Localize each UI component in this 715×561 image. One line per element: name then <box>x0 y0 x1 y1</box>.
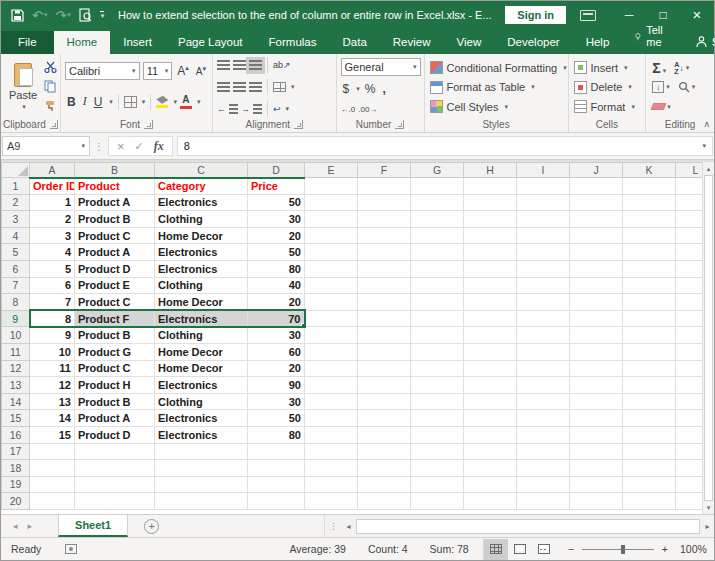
cell-J2[interactable] <box>570 194 623 211</box>
scroll-down-icon[interactable]: ▾ <box>703 501 714 514</box>
cell-F19[interactable] <box>358 476 411 493</box>
align-left-icon[interactable] <box>217 82 230 93</box>
cell-A11[interactable]: 10 <box>30 343 75 360</box>
cell-B19[interactable] <box>75 476 155 493</box>
cell-K5[interactable] <box>623 244 676 261</box>
cell-D13[interactable]: 90 <box>248 377 305 394</box>
cell-H14[interactable] <box>464 393 517 410</box>
cell-C11[interactable]: Home Decor <box>155 343 248 360</box>
italic-button[interactable]: I <box>81 94 89 109</box>
cell-D17[interactable] <box>248 443 305 460</box>
cell-H4[interactable] <box>464 227 517 244</box>
cell-G7[interactable] <box>411 277 464 294</box>
cut-icon[interactable] <box>44 61 57 73</box>
tab-data[interactable]: Data <box>330 31 380 54</box>
vertical-scroll-thumb[interactable] <box>704 175 713 501</box>
cell-F7[interactable] <box>358 277 411 294</box>
cell-A4[interactable]: 3 <box>30 227 75 244</box>
number-dialog-launcher-icon[interactable] <box>395 120 404 129</box>
collapse-ribbon-icon[interactable]: ∧ <box>703 119 710 129</box>
cell-K9[interactable] <box>623 310 676 327</box>
cell-H7[interactable] <box>464 277 517 294</box>
cell-B7[interactable]: Product E <box>75 277 155 294</box>
tab-help[interactable]: Help <box>573 31 623 54</box>
orientation-icon[interactable]: ab↗ <box>273 60 291 70</box>
row-header-9[interactable]: 9 <box>2 310 30 327</box>
column-header-D[interactable]: D <box>248 163 305 178</box>
column-header-I[interactable]: I <box>517 163 570 178</box>
cell-K14[interactable] <box>623 393 676 410</box>
cell-G3[interactable] <box>411 211 464 228</box>
font-dialog-launcher-icon[interactable] <box>144 120 153 129</box>
cell-E15[interactable] <box>305 410 358 427</box>
bold-button[interactable]: B <box>65 95 78 109</box>
cell-G4[interactable] <box>411 227 464 244</box>
cell-K15[interactable] <box>623 410 676 427</box>
cell-A12[interactable]: 11 <box>30 360 75 377</box>
zoom-out-button[interactable]: − <box>568 543 574 555</box>
fill-handle[interactable] <box>301 323 305 327</box>
cell-F2[interactable] <box>358 194 411 211</box>
customize-qat-icon[interactable]: ▾ <box>100 11 105 20</box>
row-header-20[interactable]: 20 <box>2 493 30 510</box>
cell-A1[interactable]: Order ID <box>30 178 75 195</box>
cell-B14[interactable]: Product B <box>75 393 155 410</box>
cell-E14[interactable] <box>305 393 358 410</box>
alignment-dialog-launcher-icon[interactable] <box>294 120 303 129</box>
cell-F1[interactable] <box>358 178 411 195</box>
cell-K8[interactable] <box>623 294 676 311</box>
prev-sheet-icon[interactable]: ◂ <box>13 521 18 531</box>
row-header-10[interactable]: 10 <box>2 327 30 344</box>
cell-G15[interactable] <box>411 410 464 427</box>
cell-K7[interactable] <box>623 277 676 294</box>
cell-C18[interactable] <box>155 460 248 477</box>
undo-icon[interactable]: ↶▾ <box>32 8 47 23</box>
cell-C20[interactable] <box>155 493 248 510</box>
row-header-5[interactable]: 5 <box>2 244 30 261</box>
cell-B17[interactable] <box>75 443 155 460</box>
borders-icon[interactable] <box>124 96 137 108</box>
cell-C17[interactable] <box>155 443 248 460</box>
clear-button[interactable]: ▾ <box>652 103 671 111</box>
cell-E4[interactable] <box>305 227 358 244</box>
cell-B18[interactable] <box>75 460 155 477</box>
shrink-font-button[interactable]: A▾ <box>194 65 208 77</box>
cell-D2[interactable]: 50 <box>248 194 305 211</box>
row-header-2[interactable]: 2 <box>2 194 30 211</box>
cell-C4[interactable]: Home Decor <box>155 227 248 244</box>
cell-K1[interactable] <box>623 178 676 195</box>
formula-bar-expand-icon[interactable]: ▾ <box>702 142 706 150</box>
align-middle-icon[interactable] <box>233 60 246 71</box>
wrap-dropdown-icon[interactable]: ▾ <box>286 105 290 113</box>
column-header-A[interactable]: A <box>30 163 75 178</box>
cell-K4[interactable] <box>623 227 676 244</box>
cell-E9[interactable] <box>305 310 358 327</box>
name-box[interactable]: A9 ▾ <box>2 136 90 156</box>
row-header-4[interactable]: 4 <box>2 227 30 244</box>
cell-D7[interactable]: 40 <box>248 277 305 294</box>
cell-G17[interactable] <box>411 443 464 460</box>
align-top-icon[interactable] <box>217 60 230 71</box>
cell-G18[interactable] <box>411 460 464 477</box>
clipboard-dialog-launcher-icon[interactable] <box>50 120 58 129</box>
currency-button[interactable]: $ <box>341 82 352 96</box>
cell-G8[interactable] <box>411 294 464 311</box>
cell-E6[interactable] <box>305 260 358 277</box>
number-format-combo[interactable]: General▾ <box>341 58 421 76</box>
cell-C6[interactable]: Electronics <box>155 260 248 277</box>
cell-B16[interactable]: Product D <box>75 426 155 443</box>
cell-D6[interactable]: 80 <box>248 260 305 277</box>
cell-F4[interactable] <box>358 227 411 244</box>
cell-I11[interactable] <box>517 343 570 360</box>
cell-G11[interactable] <box>411 343 464 360</box>
cell-D9[interactable]: 70 <box>248 310 305 327</box>
cell-E5[interactable] <box>305 244 358 261</box>
cell-G12[interactable] <box>411 360 464 377</box>
cell-G5[interactable] <box>411 244 464 261</box>
cell-B4[interactable]: Product C <box>75 227 155 244</box>
row-header-14[interactable]: 14 <box>2 393 30 410</box>
row-header-19[interactable]: 19 <box>2 476 30 493</box>
cell-H17[interactable] <box>464 443 517 460</box>
tab-insert[interactable]: Insert <box>110 31 165 54</box>
cell-F10[interactable] <box>358 327 411 344</box>
